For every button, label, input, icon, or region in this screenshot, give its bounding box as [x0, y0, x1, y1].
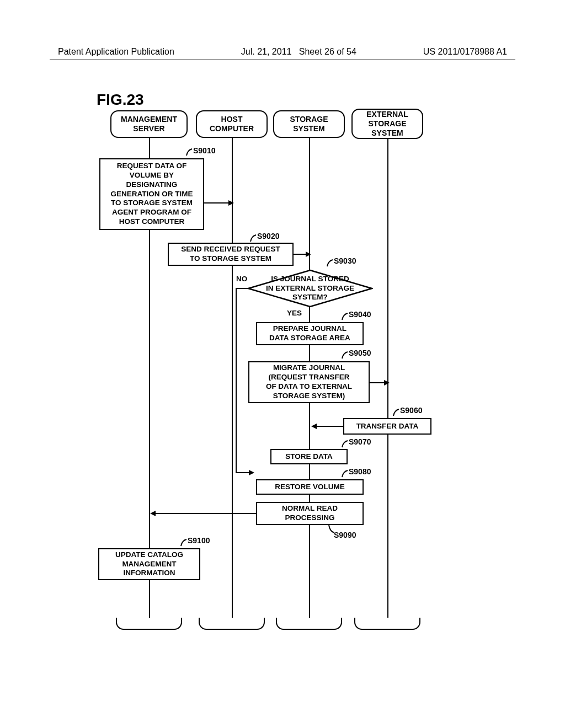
lane-storage: STORAGESYSTEM	[273, 110, 345, 138]
lifeline-external	[387, 139, 388, 618]
label-s9060: S9060	[400, 406, 422, 415]
lane-external: EXTERNALSTORAGESYSTEM	[351, 109, 423, 139]
box-s9060: TRANSFER DATA	[343, 418, 431, 435]
curve-s9060	[389, 408, 401, 418]
label-no: NO	[236, 275, 247, 283]
label-s9100: S9100	[188, 536, 210, 545]
sequence-diagram: MANAGEMENTSERVER HOSTCOMPUTER STORAGESYS…	[94, 110, 458, 640]
header-center: Jul. 21, 2011 Sheet 26 of 54	[241, 47, 356, 57]
box-s9010: REQUEST DATA OFVOLUME BYDESIGNATINGGENER…	[99, 158, 204, 230]
svg-marker-1	[228, 200, 234, 206]
curve-s9090	[324, 524, 337, 534]
curve-s9100	[177, 538, 189, 548]
label-s9030: S9030	[334, 256, 356, 265]
lifeline-host	[232, 138, 233, 618]
header-left: Patent Application Publication	[58, 47, 174, 57]
label-s9080: S9080	[349, 467, 371, 476]
curve-s9010	[182, 148, 194, 158]
label-s9090: S9090	[334, 531, 356, 539]
arrow-s9050	[370, 379, 391, 386]
label-s9050: S9050	[349, 349, 371, 357]
svg-marker-11	[150, 511, 156, 516]
footer-storage	[276, 618, 342, 630]
label-s9040: S9040	[349, 310, 371, 319]
arrow-s9090	[149, 510, 257, 517]
svg-marker-5	[249, 470, 254, 475]
box-s9070: STORE DATA	[270, 449, 348, 464]
svg-marker-3	[306, 251, 311, 257]
arrow-s9020	[294, 251, 312, 258]
lane-mgmt: MANAGEMENTSERVER	[110, 110, 188, 138]
box-s9090: NORMAL READPROCESSING	[256, 502, 364, 525]
lane-host: HOSTCOMPUTER	[196, 110, 268, 138]
curve-s9040	[338, 312, 350, 322]
curve-s9030	[323, 259, 335, 269]
svg-marker-7	[384, 380, 390, 386]
label-s9070: S9070	[349, 437, 371, 446]
arrow-s9010	[204, 200, 234, 206]
footer-mgmt	[116, 618, 182, 630]
curve-s9070	[338, 440, 350, 449]
label-yes: YES	[287, 309, 302, 317]
arrow-s9060	[310, 423, 344, 430]
header-divider	[50, 60, 515, 60]
curve-s9080	[338, 469, 350, 479]
footer-host	[199, 618, 265, 630]
box-s9080: RESTORE VOLUME	[256, 479, 364, 495]
label-s9020: S9020	[257, 232, 279, 240]
label-s9010: S9010	[193, 146, 215, 155]
header-right: US 2011/0178988 A1	[423, 47, 507, 57]
svg-marker-9	[311, 424, 317, 429]
box-s9100: UPDATE CATALOGMANAGEMENTINFORMATION	[98, 548, 200, 580]
box-s9040: PREPARE JOURNALDATA STORAGE AREA	[256, 322, 364, 345]
page-header: Patent Application Publication Jul. 21, …	[0, 47, 565, 57]
figure-label: FIG.23	[97, 91, 144, 109]
curve-s9050	[338, 351, 350, 361]
box-s9020: SEND RECEIVED REQUESTTO STORAGE SYSTEM	[168, 243, 294, 266]
footer-external	[354, 618, 420, 630]
box-s9050: MIGRATE JOURNAL(REQUEST TRANSFEROF DATA …	[248, 361, 370, 403]
decision-s9030: IS JOURNAL STOREDIN EXTERNAL STORAGESYST…	[247, 269, 373, 308]
